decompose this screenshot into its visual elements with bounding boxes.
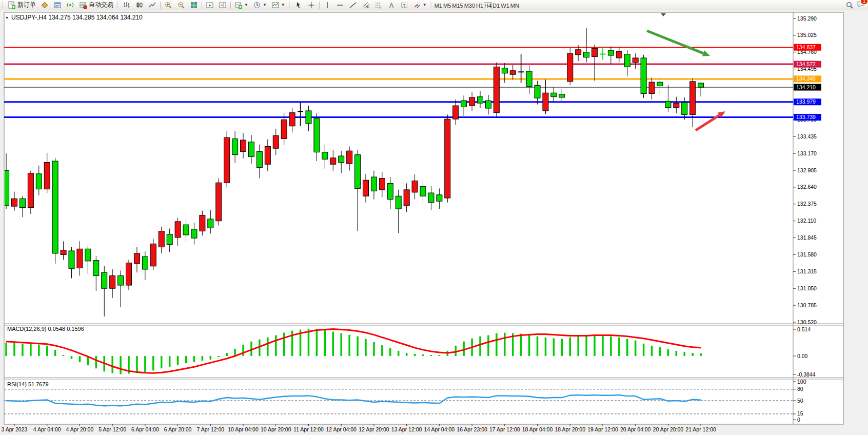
candle: [363, 180, 368, 196]
candle: [494, 67, 499, 112]
candle: [69, 251, 74, 269]
time-axis-label: 10 Apr 04:00: [228, 426, 259, 432]
auto-trading-button[interactable]: 自动交易: [77, 0, 115, 10]
market-watch-button[interactable]: [51, 0, 64, 10]
candle: [485, 101, 491, 108]
candle: [510, 71, 516, 74]
time-axis-label: 17 Apr 12:00: [489, 426, 520, 432]
arrows-icon: [413, 1, 421, 9]
macd-axis-label: -0.3844: [797, 371, 816, 378]
timeframe-group: M1M5M15M30H1H4D1W1MN: [434, 1, 520, 10]
timeframe-m30[interactable]: M30: [464, 2, 476, 9]
time-axis-label: 18 Apr 04:00: [522, 426, 553, 432]
svg-text:E: E: [367, 6, 369, 9]
candle: [118, 275, 124, 285]
line-chart-button[interactable]: [146, 0, 159, 10]
macd-axis-label: 0.00: [797, 353, 808, 359]
timeframe-m15[interactable]: M15: [451, 2, 463, 9]
toolbar-grip[interactable]: [430, 2, 432, 9]
zoom-in-button[interactable]: [162, 0, 174, 10]
rsi-label: RSI(14) 51.7679: [7, 381, 49, 387]
time-axis-label: 19 Apr 12:00: [587, 426, 618, 432]
auto-trading-label: 自动交易: [89, 1, 113, 9]
candle: [232, 139, 238, 155]
horizontal-line-button[interactable]: [334, 0, 346, 10]
toolbar-grip[interactable]: [117, 2, 119, 9]
candle: [61, 250, 66, 255]
candle: [608, 50, 614, 55]
candle: [150, 244, 156, 266]
chart-window[interactable]: 135.290135.025134.760134.495133.700133.4…: [0, 10, 868, 435]
time-axis-label: 16 Apr 23:00: [457, 426, 487, 432]
auto-scroll-icon: [206, 1, 214, 9]
candle: [142, 256, 148, 269]
label-button[interactable]: T: [398, 0, 410, 10]
price-line-label: 134.210: [796, 84, 816, 90]
zoom-out-button[interactable]: [175, 0, 187, 10]
time-axis-label: 20 Apr 20:00: [653, 426, 684, 432]
tile-windows-button[interactable]: [188, 0, 200, 10]
new-order-button[interactable]: 新订单: [6, 0, 38, 10]
candle: [592, 48, 598, 56]
price-line-label: 133.979: [796, 98, 816, 105]
rsi-axis-label: 50: [797, 398, 803, 404]
channel-icon: E: [362, 1, 370, 9]
candle: [526, 71, 532, 87]
trendline-icon: [349, 1, 357, 9]
channel-button[interactable]: E: [360, 0, 372, 10]
timeframe-mn[interactable]: MN: [510, 2, 520, 9]
chart-shift-button[interactable]: [216, 0, 229, 10]
vertical-line-button[interactable]: [321, 0, 333, 10]
strategy-tester-icon: [41, 1, 49, 9]
time-axis-label: 6 Apr 20:00: [164, 426, 192, 432]
search-icon[interactable]: [845, 1, 854, 9]
price-tick-label: 131.050: [797, 285, 817, 291]
text-button[interactable]: A: [385, 0, 398, 10]
timeframe-m5[interactable]: M5: [443, 2, 451, 9]
periods-button[interactable]: ▼: [251, 0, 269, 10]
auto-scroll-button[interactable]: [204, 0, 216, 10]
zoom-in-icon: [164, 1, 172, 9]
candle: [437, 195, 442, 201]
price-line-label: 134.572: [796, 61, 816, 67]
chart-canvas[interactable]: 135.290135.025134.760134.495133.700133.4…: [0, 10, 868, 435]
candle: [19, 199, 25, 207]
strategy-tester-button[interactable]: [38, 0, 51, 10]
candle: [330, 158, 336, 164]
timeframe-w1[interactable]: W1: [500, 2, 510, 9]
price-line-label: 134.837: [796, 44, 816, 50]
crosshair-button[interactable]: [305, 0, 318, 10]
toolbar-grip[interactable]: [2, 2, 4, 9]
candle: [698, 83, 704, 87]
signals-button[interactable]: [64, 0, 76, 10]
candle: [551, 93, 557, 96]
timeframe-h1[interactable]: H1: [476, 2, 484, 9]
indicators-button[interactable]: ▼: [232, 0, 250, 10]
candle: [379, 179, 385, 190]
candle: [241, 140, 246, 151]
candle: [567, 53, 573, 82]
candle: [502, 68, 507, 73]
candle: [616, 52, 622, 58]
main-toolbar: 新订单 自动交易 ▼ ▼ ▼ E F A T ▼ M1M5M15M30H1H4D…: [0, 0, 868, 10]
market-watch-icon: [53, 1, 62, 9]
bar-chart-button[interactable]: [121, 0, 133, 10]
time-axis-label: 10 Apr 20:00: [261, 426, 291, 432]
toolbar-grip[interactable]: [289, 2, 291, 9]
arrows-button[interactable]: ▼: [411, 0, 429, 10]
autotrading-icon: [79, 1, 87, 9]
fibonacci-button[interactable]: F: [372, 0, 385, 10]
svg-text:T: T: [403, 3, 405, 8]
templates-button[interactable]: ▼: [269, 0, 287, 10]
candle: [200, 215, 205, 231]
price-tick-label: 131.580: [797, 251, 817, 258]
timeframe-h4[interactable]: H4: [484, 2, 492, 9]
trendline-button[interactable]: [347, 0, 359, 10]
horizontal-line-icon: [336, 1, 344, 9]
notification-badge[interactable]: 1: [860, 0, 868, 5]
rsi-axis-label: 100: [797, 379, 806, 385]
timeframe-m1[interactable]: M1: [434, 2, 443, 9]
candlestick-chart-button[interactable]: [133, 0, 146, 10]
cursor-button[interactable]: [292, 0, 305, 10]
timeframe-d1[interactable]: D1: [492, 2, 500, 9]
